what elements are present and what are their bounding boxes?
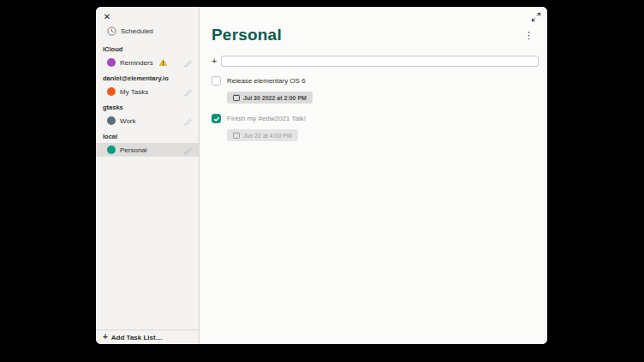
sidebar-section-icloud: iCloud bbox=[103, 45, 199, 53]
sidebar-item-label: Personal bbox=[120, 146, 147, 154]
page-title: Personal bbox=[212, 26, 539, 45]
sidebar-section-local: local bbox=[103, 133, 199, 140]
check-icon bbox=[213, 116, 220, 122]
add-task-plus-icon: + bbox=[212, 56, 217, 66]
sidebar-section-daniel: daniel@elementary.io bbox=[103, 74, 199, 82]
edit-pencil-icon[interactable] bbox=[183, 116, 193, 126]
add-task-list-button[interactable]: + Add Task List… bbox=[96, 329, 199, 344]
list-color-dot bbox=[107, 145, 116, 154]
edit-pencil-icon[interactable] bbox=[183, 58, 193, 68]
sidebar-item-scheduled[interactable]: Scheduled bbox=[96, 24, 199, 39]
list-color-dot bbox=[107, 58, 116, 67]
maximize-icon[interactable] bbox=[531, 12, 541, 22]
plus-icon: + bbox=[103, 333, 108, 341]
scheduled-label: Scheduled bbox=[121, 27, 153, 35]
sidebar: ✕ Scheduled iCloud Reminders bbox=[96, 7, 200, 344]
task-checkbox-checked[interactable] bbox=[212, 114, 221, 123]
sidebar-item-my-tasks[interactable]: My Tasks bbox=[96, 85, 199, 98]
sidebar-item-personal[interactable]: Personal bbox=[96, 143, 199, 157]
kebab-menu-button[interactable]: ⋮ bbox=[524, 31, 534, 40]
edit-pencil-icon[interactable] bbox=[183, 87, 193, 97]
task-checkbox-unchecked[interactable] bbox=[212, 76, 221, 86]
tasks-app-window: ✕ Scheduled iCloud Reminders bbox=[96, 7, 547, 344]
calendar-icon bbox=[233, 132, 240, 139]
task-label[interactable]: Release elementary OS 6 bbox=[227, 77, 306, 85]
clock-icon bbox=[107, 27, 116, 36]
sidebar-item-work[interactable]: Work bbox=[96, 114, 199, 128]
warning-icon bbox=[159, 59, 167, 66]
edit-pencil-icon[interactable] bbox=[183, 145, 193, 155]
due-date-label: Jun 22 at 4:00 PM bbox=[243, 133, 292, 139]
sidebar-item-reminders[interactable]: Reminders bbox=[96, 56, 199, 69]
sidebar-item-label: Reminders bbox=[120, 59, 153, 67]
sidebar-item-label: Work bbox=[120, 117, 136, 125]
calendar-icon bbox=[233, 94, 240, 101]
due-date-chip[interactable]: Jun 22 at 4:00 PM bbox=[227, 129, 298, 141]
list-color-dot bbox=[107, 87, 116, 96]
task-row: Release elementary OS 6 Jul 30 2022 at 2… bbox=[212, 76, 539, 104]
sidebar-section-gtasks: gtasks bbox=[103, 104, 199, 111]
add-task-list-label: Add Task List… bbox=[111, 334, 163, 341]
list-color-dot bbox=[107, 116, 116, 125]
task-row: Finish my #edw2021 Talk! Jun 22 at 4:00 … bbox=[212, 114, 539, 142]
sidebar-item-label: My Tasks bbox=[120, 88, 148, 96]
task-list-view: Personal ⋮ + Release elementary OS 6 Jul… bbox=[200, 7, 547, 344]
new-task-input[interactable] bbox=[221, 56, 539, 67]
due-date-chip[interactable]: Jul 30 2022 at 2:00 PM bbox=[227, 92, 313, 104]
due-date-label: Jul 30 2022 at 2:00 PM bbox=[243, 95, 307, 101]
window-close-button[interactable]: ✕ bbox=[101, 11, 113, 23]
task-label[interactable]: Finish my #edw2021 Talk! bbox=[227, 115, 306, 122]
